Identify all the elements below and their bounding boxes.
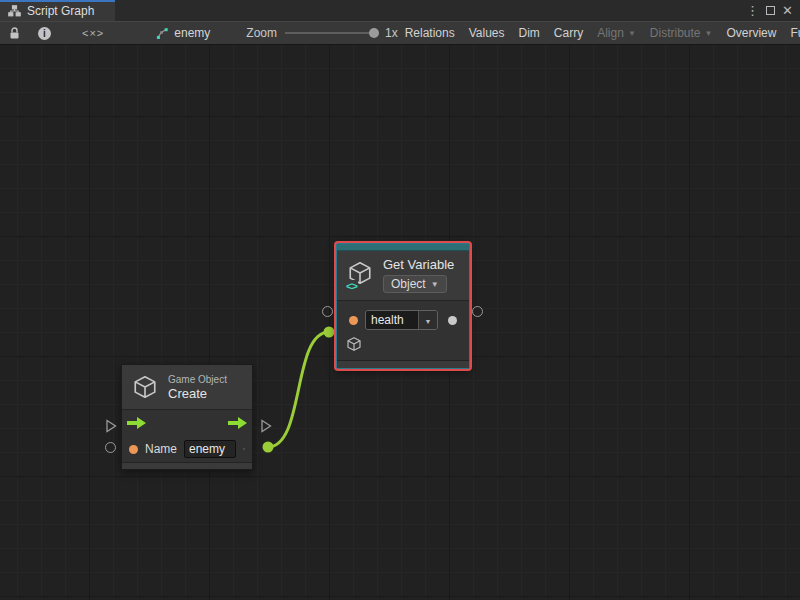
zoom-label: Zoom [246,26,277,40]
window-menu-icon[interactable]: ⋮ [746,4,759,17]
create-gameobject-output-port[interactable] [263,442,274,453]
lock-button[interactable] [0,22,29,44]
flow-input-arrow-icon[interactable] [127,417,146,429]
maximize-glyph [766,6,775,15]
node-subtitle: Game Object [168,374,227,385]
create-flow-output-outer-port[interactable] [259,419,273,433]
node-title: Get Variable [383,257,454,272]
variable-name-combo: ▼ [365,310,438,330]
lock-icon [9,27,20,40]
name-label: Name [145,442,177,456]
inspect-button[interactable]: i [29,22,60,44]
variable-name-input[interactable] [366,311,418,329]
zoom-slider-handle[interactable] [369,28,379,38]
node-create-gameobject[interactable]: Game Object Create Name [121,364,253,470]
variable-color-bar [337,244,469,251]
create-flow-input-outer-port[interactable] [104,419,118,433]
graph-node-icon [156,27,169,40]
toolbar-button-relations[interactable]: Relations [398,22,462,44]
toolbar-button-overview[interactable]: Overview [719,22,783,44]
variable-scope-dropdown[interactable]: Object ▼ [383,275,447,293]
info-icon: i [38,27,51,40]
graph-hierarchy-icon [8,5,21,17]
window-tab-bar: Script Graph ⋮ ✕ [0,0,800,21]
value-output-port[interactable] [448,316,457,325]
flow-output-arrow-icon[interactable] [228,417,247,429]
node-footer [337,360,469,368]
toolbar-button-align[interactable]: Align▼ [590,22,643,44]
zoom-slider[interactable] [285,32,377,34]
chevron-down-icon: ▼ [425,318,432,325]
node-footer [122,462,252,469]
name-port-row: Name [122,436,252,462]
graph-name: enemy [174,26,210,40]
object-port-row [337,333,469,355]
object-input-cube-icon[interactable] [346,336,362,352]
name-input-port[interactable] [129,445,138,454]
toolbar-button-distribute[interactable]: Distribute▼ [643,22,720,44]
toolbar-button-fullscreen[interactable]: Full Screen [783,22,800,44]
graph-toolbar: i <×> enemy Zoom 1x Relations Values Dim… [0,21,800,45]
node-header: <> Get Variable Object ▼ [337,251,469,301]
active-tab-accent [0,0,115,2]
variable-name-input-port[interactable] [349,316,358,325]
chevron-down-icon: ▼ [705,30,713,38]
tab-title: Script Graph [27,4,94,18]
wire-create-to-getvariable[interactable] [268,332,329,447]
toolbar-button-dim[interactable]: Dim [512,22,547,44]
toolbar-button-carry[interactable]: Carry [547,22,590,44]
getvariable-object-input-port[interactable] [324,327,335,338]
node-header: Game Object Create [122,365,252,410]
name-value-input[interactable] [184,440,236,458]
node-body: ▼ [337,301,469,357]
graph-breadcrumb[interactable]: enemy [150,22,216,44]
close-icon[interactable]: ✕ [782,4,793,17]
toolbar-button-values[interactable]: Values [462,22,512,44]
node-get-variable[interactable]: <> Get Variable Object ▼ ▼ [336,243,470,369]
getvariable-name-outer-port[interactable] [322,306,333,317]
flow-port-row [122,410,252,436]
variable-picker-button[interactable]: ▼ [418,311,437,329]
variable-name-row: ▼ [337,307,469,333]
gameobject-cube-icon [132,374,158,400]
chevron-down-icon: ▼ [628,30,636,38]
maximize-icon[interactable] [766,6,775,15]
create-name-outer-port[interactable] [105,442,116,453]
node-title: Create [168,386,227,401]
graph-canvas[interactable]: Game Object Create Name [0,45,800,600]
chevron-down-icon: ▼ [431,281,439,289]
code-brackets-icon: <> [345,280,358,292]
zoom-value: 1x [385,26,398,40]
edit-source-button[interactable]: <×> [60,22,126,44]
code-icon: <×> [82,27,104,39]
getvariable-value-outer-port[interactable] [472,306,483,317]
gameobject-output-cube-icon[interactable] [243,441,245,457]
tab-script-graph[interactable]: Script Graph [0,0,115,21]
